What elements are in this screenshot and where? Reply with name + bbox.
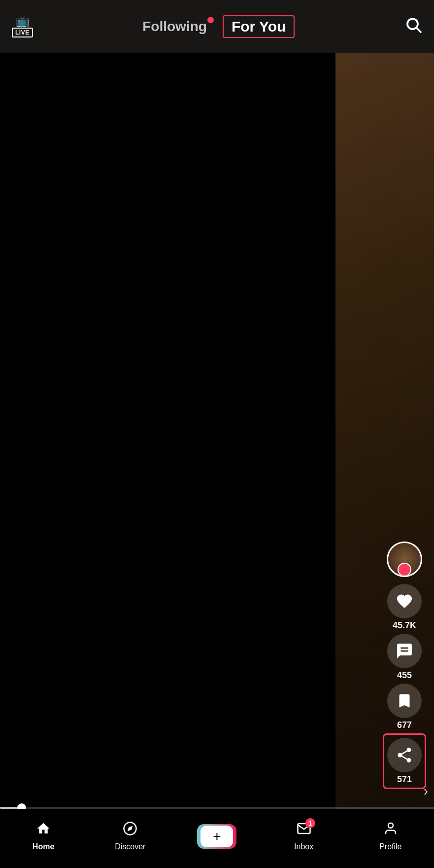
following-tab[interactable]: Following	[142, 19, 207, 35]
bookmark-count: 677	[397, 720, 412, 730]
home-icon	[36, 821, 51, 839]
svg-marker-3	[128, 826, 133, 832]
create-plus-icon: +	[200, 826, 233, 847]
live-label: LIVE	[12, 28, 33, 37]
comment-action[interactable]: 455	[387, 634, 422, 681]
live-button[interactable]: 📺 LIVE	[12, 16, 33, 37]
top-navigation: 📺 LIVE Following For You	[0, 0, 434, 53]
comment-count: 455	[397, 670, 412, 681]
create-button[interactable]: +	[197, 824, 236, 849]
svg-line-1	[417, 28, 421, 32]
nav-profile[interactable]: Profile	[368, 821, 413, 851]
nav-center: Following For You	[142, 15, 295, 38]
for-you-label: For You	[232, 18, 286, 35]
following-label: Following	[142, 19, 207, 34]
discover-icon	[123, 821, 137, 839]
bookmark-action[interactable]: 677	[387, 684, 422, 730]
nav-home[interactable]: Home	[21, 821, 66, 851]
inbox-badge: 1	[305, 818, 315, 828]
nav-discover[interactable]: Discover	[108, 821, 152, 851]
share-count: 571	[397, 774, 412, 785]
discover-label: Discover	[115, 842, 145, 851]
action-buttons: 45.7K 455 677 571	[383, 542, 426, 789]
bottom-navigation: Home Discover + 1 Inbox	[0, 809, 434, 868]
svg-point-4	[388, 823, 393, 828]
profile-label: Profile	[379, 842, 401, 851]
inbox-icon: 1	[297, 821, 311, 839]
share-action[interactable]: 571	[383, 733, 426, 789]
like-action[interactable]: 45.7K	[387, 584, 422, 631]
notification-dot	[207, 17, 214, 23]
like-button[interactable]	[387, 584, 422, 618]
profile-icon	[383, 821, 398, 839]
like-count: 45.7K	[393, 620, 416, 631]
for-you-tab[interactable]: For You	[223, 15, 295, 38]
home-label: Home	[33, 842, 54, 851]
inbox-label: Inbox	[294, 842, 313, 851]
bookmark-button[interactable]	[387, 684, 422, 718]
nav-create[interactable]: +	[195, 824, 239, 849]
search-button[interactable]	[404, 16, 422, 37]
nav-inbox[interactable]: 1 Inbox	[282, 821, 326, 851]
creator-avatar[interactable]	[387, 542, 422, 577]
comment-button[interactable]	[387, 634, 422, 668]
next-arrow[interactable]: ›	[424, 783, 428, 799]
tv-icon: 📺	[16, 16, 29, 27]
share-button[interactable]	[387, 738, 422, 772]
